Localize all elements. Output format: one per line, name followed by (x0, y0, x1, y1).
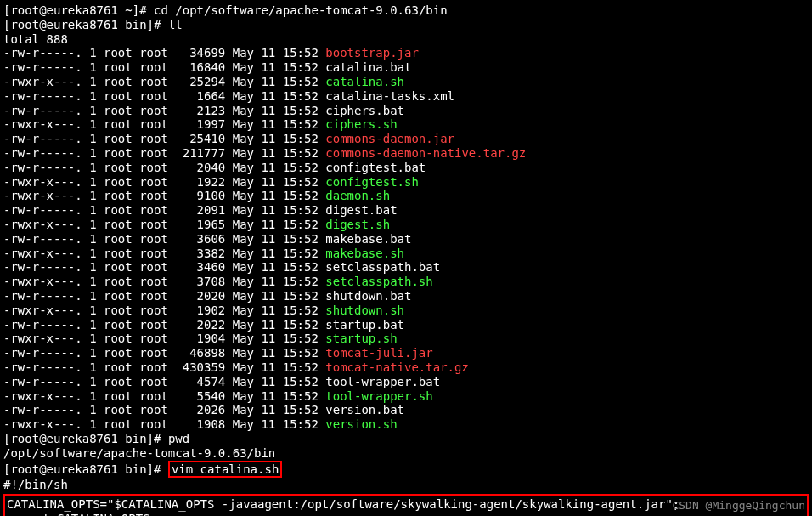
file-name: configtest.bat (325, 161, 426, 174)
file-perms: -rw-r-----. 1 root root 2040 May 11 15:5… (3, 161, 325, 174)
file-name: tool-wrapper.sh (325, 389, 432, 403)
file-row: -rw-r-----. 1 root root 3606 May 11 15:5… (3, 232, 809, 247)
prompt-line-ll: [root@eureka8761 bin]# ll (3, 18, 809, 32)
file-row: -rw-r-----. 1 root root 2022 May 11 15:5… (3, 318, 809, 332)
file-name: version.sh (325, 417, 397, 431)
file-row: -rw-r-----. 1 root root 430359 May 11 15… (3, 360, 809, 375)
file-name: setclasspath.sh (325, 275, 432, 288)
file-name: digest.sh (325, 218, 390, 231)
file-perms: -rwxr-x---. 1 root root 3382 May 11 15:5… (3, 247, 325, 260)
file-perms: -rwxr-x---. 1 root root 1902 May 11 15:5… (3, 303, 325, 317)
file-row: -rwxr-x---. 1 root root 1904 May 11 15:5… (3, 332, 809, 346)
file-perms: -rwxr-x---. 1 root root 1922 May 11 15:5… (3, 175, 325, 189)
file-listing: -rw-r-----. 1 root root 34699 May 11 15:… (3, 46, 809, 432)
watermark: CSDN @MinggeQingchun (672, 499, 805, 513)
prompt-host: [root@eureka8761 bin]# (3, 432, 168, 445)
file-row: -rw-r-----. 1 root root 2040 May 11 15:5… (3, 161, 809, 175)
file-row: -rw-r-----. 1 root root 2091 May 11 15:5… (3, 203, 809, 218)
file-row: -rwxr-x---. 1 root root 1965 May 11 15:5… (3, 218, 809, 232)
file-name: digest.bat (325, 203, 397, 217)
file-perms: -rw-r-----. 1 root root 2022 May 11 15:5… (3, 318, 325, 332)
file-row: -rwxr-x---. 1 root root 3382 May 11 15:5… (3, 247, 809, 261)
file-row: -rwxr-x---. 1 root root 25294 May 11 15:… (3, 75, 809, 89)
file-row: -rw-r-----. 1 root root 46898 May 11 15:… (3, 346, 809, 360)
prompt-line-cd: [root@eureka8761 ~]# cd /opt/software/ap… (3, 3, 809, 18)
file-row: -rwxr-x---. 1 root root 5540 May 11 15:5… (3, 389, 809, 404)
file-perms: -rw-r-----. 1 root root 16840 May 11 15:… (3, 60, 325, 74)
file-name: version.bat (325, 403, 404, 417)
file-row: -rw-r-----. 1 root root 16840 May 11 15:… (3, 60, 809, 75)
file-perms: -rwxr-x---. 1 root root 1904 May 11 15:5… (3, 332, 325, 345)
file-row: -rw-r-----. 1 root root 4574 May 11 15:5… (3, 375, 809, 389)
file-perms: -rw-r-----. 1 root root 34699 May 11 15:… (3, 46, 325, 60)
file-perms: -rw-r-----. 1 root root 2123 May 11 15:5… (3, 104, 325, 117)
file-perms: -rw-r-----. 1 root root 211777 May 11 15… (3, 146, 325, 160)
cmd-pwd: pwd (168, 432, 189, 445)
file-row: -rw-r-----. 1 root root 2020 May 11 15:5… (3, 289, 809, 303)
highlighted-vim-cmd: vim catalina.sh (168, 461, 282, 479)
file-name: startup.sh (325, 332, 397, 345)
file-name: makebase.sh (325, 247, 404, 260)
file-perms: -rw-r-----. 1 root root 3460 May 11 15:5… (3, 260, 325, 274)
file-row: -rw-r-----. 1 root root 1664 May 11 15:5… (3, 89, 809, 104)
file-perms: -rw-r-----. 1 root root 2026 May 11 15:5… (3, 403, 325, 417)
file-perms: -rw-r-----. 1 root root 430359 May 11 15… (3, 360, 325, 374)
cmd-vim: vim catalina.sh (172, 462, 279, 476)
file-perms: -rwxr-x---. 1 root root 25294 May 11 15:… (3, 75, 325, 88)
file-row: -rw-r-----. 1 root root 25410 May 11 15:… (3, 132, 809, 146)
cmd-cd: cd /opt/software/apache-tomcat-9.0.63/bi… (154, 3, 448, 17)
file-perms: -rw-r-----. 1 root root 3606 May 11 15:5… (3, 232, 325, 246)
prompt-line-pwd: [root@eureka8761 bin]# pwd (3, 432, 809, 446)
prompt-host: [root@eureka8761 bin]# (3, 462, 168, 476)
file-name: setclasspath.bat (325, 260, 440, 274)
file-name: shutdown.sh (325, 303, 404, 317)
file-perms: -rw-r-----. 1 root root 25410 May 11 15:… (3, 132, 325, 145)
file-name: configtest.sh (325, 175, 419, 189)
file-perms: -rw-r-----. 1 root root 1664 May 11 15:5… (3, 89, 325, 103)
cmd-ll: ll (168, 18, 183, 31)
file-perms: -rwxr-x---. 1 root root 1997 May 11 15:5… (3, 117, 325, 131)
file-name: catalina.bat (325, 60, 411, 74)
file-name: tool-wrapper.bat (325, 375, 440, 388)
file-row: -rw-r-----. 1 root root 34699 May 11 15:… (3, 46, 809, 60)
file-row: -rwxr-x---. 1 root root 1997 May 11 15:5… (3, 117, 809, 132)
file-perms: -rw-r-----. 1 root root 2020 May 11 15:5… (3, 289, 325, 303)
file-perms: -rwxr-x---. 1 root root 1965 May 11 15:5… (3, 218, 325, 231)
prompt-host: [root@eureka8761 ~]# (3, 3, 154, 17)
file-name: daemon.sh (325, 189, 390, 202)
file-name: catalina.sh (325, 75, 404, 88)
file-name: startup.bat (325, 318, 404, 332)
file-row: -rw-r-----. 1 root root 2026 May 11 15:5… (3, 403, 809, 417)
file-perms: -rw-r-----. 1 root root 4574 May 11 15:5… (3, 375, 325, 388)
file-name: makebase.bat (325, 232, 411, 246)
file-perms: -rwxr-x---. 1 root root 3708 May 11 15:5… (3, 275, 325, 288)
prompt-line-vim: [root@eureka8761 bin]# vim catalina.sh (3, 461, 809, 479)
prompt-host: [root@eureka8761 bin]# (3, 18, 168, 31)
file-name: commons-daemon.jar (325, 132, 454, 145)
file-row: -rwxr-x---. 1 root root 1902 May 11 15:5… (3, 303, 809, 318)
file-perms: -rwxr-x---. 1 root root 1908 May 11 15:5… (3, 417, 325, 431)
file-name: ciphers.sh (325, 117, 397, 131)
file-perms: -rw-r-----. 1 root root 46898 May 11 15:… (3, 346, 325, 360)
file-name: commons-daemon-native.tar.gz (325, 146, 526, 160)
file-name: catalina-tasks.xml (325, 89, 454, 103)
file-row: -rw-r-----. 1 root root 2123 May 11 15:5… (3, 104, 809, 118)
file-row: -rw-r-----. 1 root root 3460 May 11 15:5… (3, 260, 809, 275)
file-name: tomcat-juli.jar (325, 346, 432, 360)
file-row: -rwxr-x---. 1 root root 1922 May 11 15:5… (3, 175, 809, 190)
file-name: ciphers.bat (325, 104, 404, 117)
file-name: tomcat-native.tar.gz (325, 360, 469, 374)
file-row: -rwxr-x---. 1 root root 3708 May 11 15:5… (3, 275, 809, 289)
pwd-output: /opt/software/apache-tomcat-9.0.63/bin (3, 446, 809, 461)
file-row: -rwxr-x---. 1 root root 9100 May 11 15:5… (3, 189, 809, 203)
file-name: shutdown.bat (325, 289, 411, 303)
file-perms: -rwxr-x---. 1 root root 9100 May 11 15:5… (3, 189, 325, 202)
file-row: -rw-r-----. 1 root root 211777 May 11 15… (3, 146, 809, 161)
total-line: total 888 (3, 32, 809, 47)
file-name: bootstrap.jar (325, 46, 419, 60)
shebang-line: #!/bin/sh (3, 478, 809, 492)
file-perms: -rwxr-x---. 1 root root 5540 May 11 15:5… (3, 389, 325, 403)
file-perms: -rw-r-----. 1 root root 2091 May 11 15:5… (3, 203, 325, 217)
file-row: -rwxr-x---. 1 root root 1908 May 11 15:5… (3, 417, 809, 432)
